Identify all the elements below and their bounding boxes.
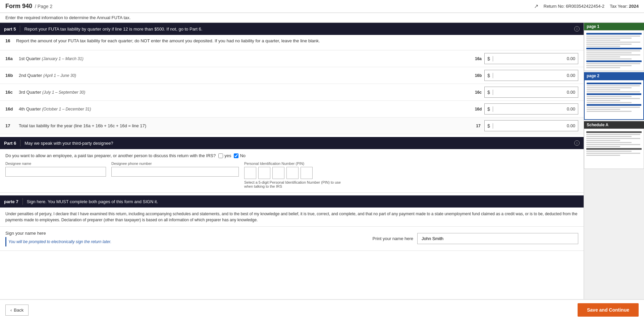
back-button[interactable]: ‹ Back — [5, 305, 29, 316]
sidebar-page1-label[interactable]: page 1 — [584, 23, 644, 30]
input-16a[interactable] — [493, 53, 578, 64]
tax-year-value: 2024 — [629, 4, 639, 9]
tax-year-label: Tax Year: — [610, 4, 628, 9]
field-label-16b: 16b — [472, 73, 484, 78]
line16-section: 16 Report the amount of your FUTA tax li… — [0, 35, 584, 50]
sign-hint: You will be prompted to electronically s… — [5, 237, 365, 246]
part5-info-icon[interactable]: i — [574, 26, 580, 32]
save-continue-button[interactable]: Save and Continue — [578, 303, 639, 317]
line17-input[interactable] — [493, 121, 578, 131]
line-num-16d: 16d — [5, 106, 19, 111]
sidebar-thumbnail-2 — [584, 80, 644, 120]
no-checkbox-group[interactable]: No — [234, 153, 246, 158]
pin-hint: Select a 5-digit Personal Identification… — [244, 180, 345, 188]
quarter-row-16b: 16b 2nd Quarter (April 1 – June 30) 16b … — [0, 67, 584, 84]
quarter-row-16c: 16c 3rd Quarter (July 1 – September 30) … — [0, 84, 584, 101]
designee-question-text: Do you want to allow an employee, a paid… — [5, 153, 216, 158]
pin-box-4[interactable] — [286, 167, 299, 179]
dollar-sign-16b: $ — [485, 73, 493, 78]
print-name-input[interactable] — [417, 233, 578, 244]
part6-badge: Part 6 — [4, 141, 16, 146]
quarter-label-16b: 2nd Quarter (April 1 – June 30) — [19, 73, 472, 78]
pin-group: Personal Identification Number (PIN) Sel… — [244, 162, 345, 188]
part6-content: Do you want to allow an employee, a paid… — [0, 149, 584, 193]
field-label-16d: 16d — [472, 107, 484, 111]
page-label: / Page 2 — [35, 4, 52, 9]
designee-name-label: Designee name — [5, 162, 106, 166]
quarter-row-16a: 16a 1st Quarter (January 1 – March 31) 1… — [0, 50, 584, 67]
part5-header: part 5 Report your FUTA tax liability by… — [0, 23, 584, 35]
form-title: Form 940 — [5, 3, 32, 10]
sidebar-page-1[interactable]: page 1 — [584, 23, 644, 71]
yes-checkbox[interactable] — [218, 153, 223, 158]
line16-desc: Report the amount of your FUTA tax liabi… — [16, 38, 320, 43]
designee-phone-input[interactable] — [111, 167, 239, 177]
pin-box-1[interactable] — [244, 167, 256, 179]
quarter-row-16d: 16d 4th Quarter (October 1 – December 31… — [0, 101, 584, 118]
designee-question: Do you want to allow an employee, a paid… — [5, 153, 578, 158]
input-16d[interactable] — [493, 104, 578, 114]
no-checkbox[interactable] — [234, 153, 238, 158]
part6-header: Part 6 May we speak with your third-part… — [0, 137, 584, 149]
subtitle: Enter the required information to determ… — [0, 13, 644, 22]
no-label[interactable]: No — [240, 153, 246, 158]
sign-hint-text: You will be prompted to electronically s… — [8, 239, 111, 244]
part7-perjury-section: Under penalties of perjury, I declare th… — [0, 208, 584, 227]
designee-phone-field-group: Designee phone number — [111, 162, 239, 177]
pin-box-5[interactable] — [301, 167, 313, 179]
sidebar-page-2[interactable]: page 2 — [584, 72, 644, 120]
sidebar: page 1 — [584, 23, 644, 299]
part6-info-icon[interactable]: i — [574, 140, 580, 146]
return-no-label: Return No: — [544, 4, 565, 9]
sign-left: Sign your name here You will be prompted… — [5, 231, 365, 246]
pin-box-3[interactable] — [272, 167, 284, 179]
sign-row: Sign your name here You will be prompted… — [0, 227, 584, 251]
input-16b[interactable] — [493, 70, 578, 81]
expand-icon[interactable]: ↗ — [534, 3, 538, 9]
yes-label[interactable]: yes — [224, 153, 231, 158]
bottom-bar: ‹ Back Save and Continue — [0, 299, 644, 320]
print-label: Print your name here — [373, 236, 413, 241]
field-label-16c: 16c — [472, 90, 484, 95]
quarter-label-16d: 4th Quarter (October 1 – December 31) — [19, 106, 472, 111]
line-num-16c: 16c — [5, 90, 19, 95]
line17-field-wrap: $ — [484, 120, 578, 131]
part7-badge: parte 7 — [4, 199, 18, 204]
input-16c[interactable] — [493, 87, 578, 97]
quarter-rows: 16a 1st Quarter (January 1 – March 31) 1… — [0, 50, 584, 118]
part7-title: Sign here. You MUST complete both pages … — [27, 199, 580, 204]
part7-header: parte 7 Sign here. You MUST complete bot… — [0, 195, 584, 208]
sidebar-page2-label[interactable]: page 2 — [584, 72, 644, 80]
pin-label: Personal Identification Number (PIN) — [244, 162, 345, 166]
dollar-sign-16d: $ — [485, 106, 493, 112]
dollar-wrap-16a: $ — [484, 53, 578, 64]
dollar-sign-16a: $ — [485, 56, 493, 61]
dollar-wrap-16d: $ — [484, 103, 578, 115]
quarter-label-16c: 3rd Quarter (July 1 – September 30) — [19, 90, 472, 95]
pin-boxes — [244, 167, 345, 179]
sidebar-thumbnail-sa — [584, 129, 644, 169]
designee-fields: Designee name Designee phone number Pers… — [5, 162, 578, 188]
tax-year-info: Tax Year: 2024 — [610, 4, 639, 9]
return-no: 6R003542422454-2 — [566, 4, 604, 9]
dollar-sign-16c: $ — [485, 90, 493, 95]
yes-checkbox-group[interactable]: yes — [218, 153, 231, 158]
back-arrow-icon: ‹ — [10, 308, 12, 313]
back-label: Back — [14, 308, 23, 313]
line17-label: Total tax liability for the year (line 1… — [19, 123, 472, 128]
perjury-text: Under penalties of perjury, I declare th… — [5, 211, 578, 223]
sidebar-schedulea-label[interactable]: Schedule A — [584, 121, 644, 129]
designee-name-input[interactable] — [5, 167, 106, 177]
sidebar-schedule-a[interactable]: Schedule A — [584, 121, 644, 169]
line17-dollar-sign: $ — [485, 123, 493, 129]
return-info: Return No: 6R003542422454-2 — [544, 4, 604, 9]
line-num-16b: 16b — [5, 73, 19, 78]
line17-num: 17 — [5, 123, 19, 128]
line16-num: 16 — [5, 38, 13, 47]
dollar-wrap-16b: $ — [484, 70, 578, 81]
quarter-label-16a: 1st Quarter (January 1 – March 31) — [19, 56, 472, 61]
pin-box-2[interactable] — [258, 167, 270, 179]
designee-name-field-group: Designee name — [5, 162, 106, 177]
sidebar-thumbnail-1 — [584, 30, 644, 71]
line-num-16a: 16a — [5, 56, 19, 61]
